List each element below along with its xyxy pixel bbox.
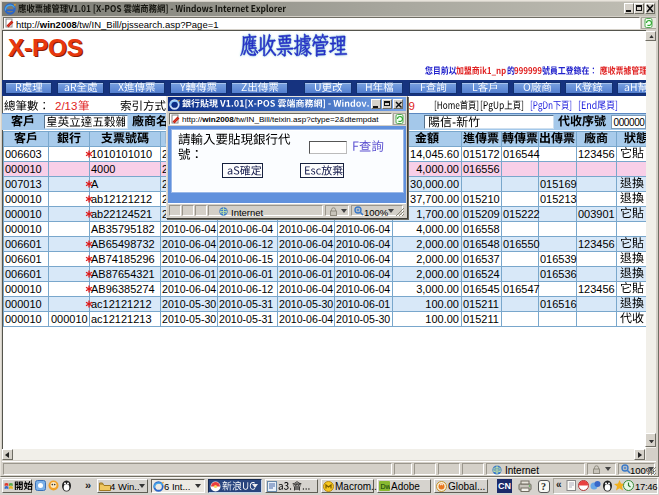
svg-text:?: ? xyxy=(541,481,546,492)
svg-text:Dw: Dw xyxy=(381,483,391,490)
